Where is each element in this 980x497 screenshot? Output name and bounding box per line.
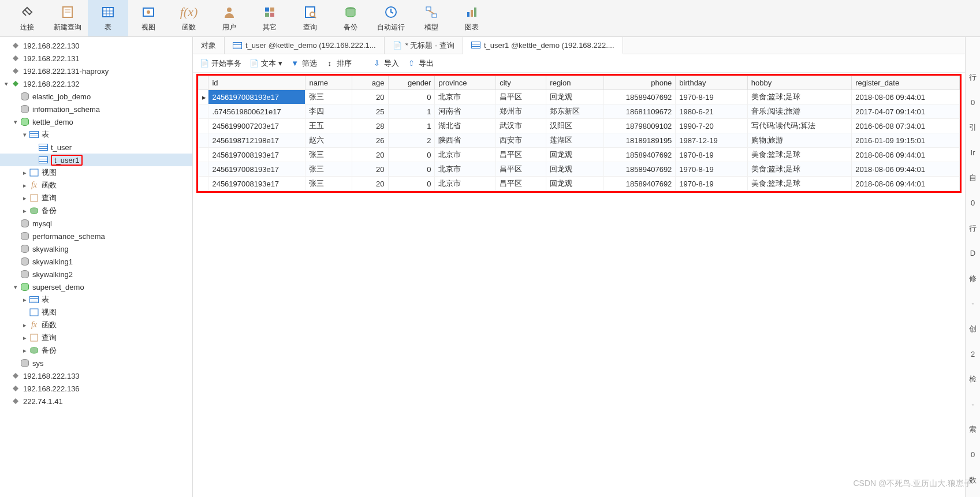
cell[interactable]: 购物;旅游 xyxy=(747,133,851,148)
import-button[interactable]: ⇩导入 xyxy=(372,58,399,69)
tree-item[interactable]: performance_schema xyxy=(0,230,192,242)
cell[interactable]: 张三 xyxy=(305,148,352,162)
cell[interactable]: 1970-8-19 xyxy=(676,177,747,191)
cell[interactable]: 河南省 xyxy=(435,104,496,119)
tree-item[interactable]: ▸查询 xyxy=(0,331,192,344)
cell[interactable]: 18589407692 xyxy=(603,90,675,104)
cell[interactable]: 回龙观 xyxy=(546,177,604,191)
table-row[interactable]: .6745619800621e17李四251河南省郑州市郑东新区18681109… xyxy=(199,104,960,119)
cell[interactable]: 1980-6-21 xyxy=(676,104,747,119)
tree-item[interactable]: skywalking2 xyxy=(0,268,192,281)
cell[interactable]: 20 xyxy=(352,148,388,162)
expand-toggle-icon[interactable]: ▸ xyxy=(21,322,29,329)
cell[interactable]: 美食;篮球;足球 xyxy=(747,162,851,177)
toolbar-chart-button[interactable]: 图表 xyxy=(452,0,492,36)
document-tab[interactable]: 📄* 无标题 - 查询 xyxy=(385,37,463,54)
cell[interactable]: 2456197008193e17 xyxy=(208,90,305,104)
column-header[interactable]: city xyxy=(496,76,546,90)
cell[interactable]: 18589407692 xyxy=(603,148,675,162)
cell[interactable]: 20 xyxy=(352,162,388,177)
document-tab[interactable]: 对象 xyxy=(193,37,225,54)
toolbar-user-button[interactable]: 用户 xyxy=(209,0,249,36)
cell[interactable]: 回龙观 xyxy=(546,90,604,104)
tree-item[interactable]: elastic_job_demo xyxy=(0,90,192,103)
cell[interactable]: 1987-12-19 xyxy=(676,133,747,148)
cell[interactable]: 1970-8-19 xyxy=(676,148,747,162)
cell[interactable]: 张三 xyxy=(305,162,352,177)
cell[interactable]: 2018-08-06 09:44:01 xyxy=(852,177,960,191)
table-row[interactable]: 2456197008193e17张三200北京市昌平区回龙观1858940769… xyxy=(199,162,960,177)
table-row[interactable]: 2456197008193e17张三200北京市昌平区回龙观1858940769… xyxy=(199,177,960,191)
tree-item[interactable]: 192.168.222.133 xyxy=(0,369,192,382)
tree-item[interactable]: ▸视图 xyxy=(0,166,192,179)
begin-transaction-button[interactable]: 📄开始事务 xyxy=(200,58,241,69)
table-row[interactable]: 2456197008193e17张三200北京市昌平区回龙观1858940769… xyxy=(199,148,960,162)
expand-toggle-icon[interactable]: ▸ xyxy=(21,169,29,177)
tree-item[interactable]: ▸查询 xyxy=(0,192,192,204)
cell[interactable]: 2018-08-06 09:44:01 xyxy=(852,162,960,177)
cell[interactable]: 昌平区 xyxy=(496,90,546,104)
cell[interactable]: 26 xyxy=(352,133,388,148)
text-mode-button[interactable]: 📄文本 ▾ xyxy=(249,58,282,69)
cell[interactable]: 1990-7-20 xyxy=(676,119,747,133)
cell[interactable]: 郑州市 xyxy=(496,104,546,119)
expand-toggle-icon[interactable]: ▾ xyxy=(2,80,10,88)
toolbar-view-button[interactable]: 视图 xyxy=(128,0,169,36)
column-header[interactable]: register_date xyxy=(852,76,960,90)
cell[interactable]: 2018-08-06 09:44:01 xyxy=(852,148,960,162)
cell[interactable]: 回龙观 xyxy=(546,148,604,162)
cell[interactable]: 汉阳区 xyxy=(546,119,604,133)
cell[interactable]: 回龙观 xyxy=(546,162,604,177)
tree-item[interactable]: mysql xyxy=(0,217,192,230)
cell[interactable]: 赵六 xyxy=(305,133,352,148)
cell[interactable]: .6745619800621e17 xyxy=(208,104,305,119)
tree-item[interactable]: ▸表 xyxy=(0,293,192,306)
cell[interactable]: 18681109672 xyxy=(603,104,675,119)
cell[interactable]: 郑东新区 xyxy=(546,104,604,119)
expand-toggle-icon[interactable]: ▸ xyxy=(21,195,29,202)
tree-item[interactable]: ▸fx函数 xyxy=(0,179,192,192)
cell[interactable]: 写代码;读代码;算法 xyxy=(747,119,851,133)
cell[interactable]: 李四 xyxy=(305,104,352,119)
cell[interactable]: 0 xyxy=(388,162,435,177)
cell[interactable]: 18589407692 xyxy=(603,177,675,191)
cell[interactable]: 2016-06-08 07:34:01 xyxy=(852,119,960,133)
cell[interactable]: 美食;篮球;足球 xyxy=(747,177,851,191)
table-row[interactable]: 2456199007203e17王五281湖北省武汉市汉阳区1879800910… xyxy=(199,119,960,133)
cell[interactable]: 2456197008193e17 xyxy=(208,177,305,191)
expand-toggle-icon[interactable]: ▾ xyxy=(12,118,20,126)
expand-toggle-icon[interactable]: ▸ xyxy=(21,207,29,215)
cell[interactable]: 2456197008193e17 xyxy=(208,162,305,177)
cell[interactable]: 0 xyxy=(388,177,435,191)
tree-item[interactable]: 192.168.222.131-haproxy xyxy=(0,65,192,77)
sort-button[interactable]: ↕排序 xyxy=(325,58,352,69)
toolbar-plug-button[interactable]: 连接 xyxy=(7,0,47,36)
connection-tree[interactable]: 192.168.222.130192.168.222.131192.168.22… xyxy=(0,37,193,497)
column-header[interactable]: gender xyxy=(388,76,435,90)
cell[interactable]: 北京市 xyxy=(435,162,496,177)
export-button[interactable]: ⇧导出 xyxy=(407,58,434,69)
cell[interactable]: 昌平区 xyxy=(496,162,546,177)
expand-toggle-icon[interactable]: ▸ xyxy=(21,296,29,304)
expand-toggle-icon[interactable]: ▸ xyxy=(21,334,29,342)
column-header[interactable]: province xyxy=(435,76,496,90)
expand-toggle-icon[interactable]: ▾ xyxy=(12,283,20,291)
cell[interactable]: 王五 xyxy=(305,119,352,133)
table-row[interactable]: 2456198712198e17赵六262陕西省西安市莲湖区1818918919… xyxy=(199,133,960,148)
cell[interactable]: 2456198712198e17 xyxy=(208,133,305,148)
cell[interactable]: 2456197008193e17 xyxy=(208,148,305,162)
document-tab[interactable]: t_user1 @kettle_demo (192.168.222.... xyxy=(463,37,623,54)
data-grid[interactable]: idnameagegenderprovincecityregionphonebi… xyxy=(196,74,962,193)
cell[interactable]: 0 xyxy=(388,148,435,162)
toolbar-sheet-button[interactable]: 新建查询 xyxy=(47,0,88,36)
expand-toggle-icon[interactable]: ▸ xyxy=(21,182,29,189)
cell[interactable]: 0 xyxy=(388,90,435,104)
cell[interactable]: 北京市 xyxy=(435,177,496,191)
column-header[interactable]: name xyxy=(305,76,352,90)
cell[interactable]: 昌平区 xyxy=(496,177,546,191)
column-header[interactable]: id xyxy=(208,76,305,90)
toolbar-other-button[interactable]: 其它 xyxy=(249,0,290,36)
column-header[interactable]: phone xyxy=(603,76,675,90)
tree-item[interactable]: ▾192.168.222.132 xyxy=(0,77,192,90)
cell[interactable]: 音乐;阅读;旅游 xyxy=(747,104,851,119)
